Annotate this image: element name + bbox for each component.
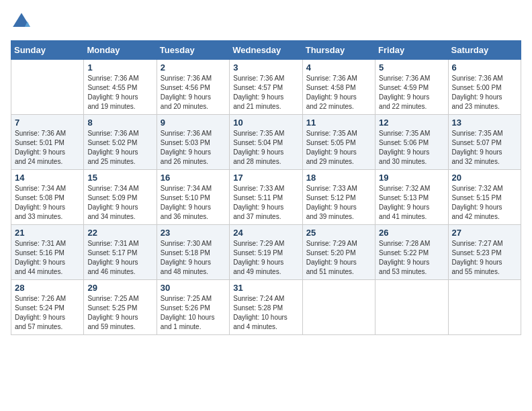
day-info: Sunrise: 7:31 AM Sunset: 5:16 PM Dayligh… (15, 239, 80, 277)
day-number: 24 (233, 228, 298, 238)
calendar-cell: 25Sunrise: 7:29 AM Sunset: 5:20 PM Dayli… (302, 225, 375, 280)
day-info: Sunrise: 7:36 AM Sunset: 4:55 PM Dayligh… (87, 74, 152, 111)
calendar-header-row: SundayMondayTuesdayWednesdayThursdayFrid… (11, 41, 521, 60)
day-header-thursday: Thursday (302, 41, 375, 60)
calendar-table: SundayMondayTuesdayWednesdayThursdayFrid… (11, 40, 521, 335)
day-info: Sunrise: 7:34 AM Sunset: 5:09 PM Dayligh… (87, 184, 152, 222)
day-number: 11 (306, 118, 371, 128)
day-number: 27 (452, 228, 517, 238)
day-header-wednesday: Wednesday (230, 41, 302, 60)
day-info: Sunrise: 7:36 AM Sunset: 5:02 PM Dayligh… (87, 129, 152, 167)
calendar-cell: 12Sunrise: 7:35 AM Sunset: 5:06 PM Dayli… (375, 115, 448, 170)
day-number: 12 (379, 118, 444, 128)
day-info: Sunrise: 7:32 AM Sunset: 5:13 PM Dayligh… (379, 184, 444, 222)
calendar-cell: 30Sunrise: 7:25 AM Sunset: 5:26 PM Dayli… (157, 280, 229, 335)
week-row: 14Sunrise: 7:34 AM Sunset: 5:08 PM Dayli… (11, 170, 521, 225)
calendar-cell: 10Sunrise: 7:35 AM Sunset: 5:04 PM Dayli… (230, 115, 302, 170)
calendar-cell: 17Sunrise: 7:33 AM Sunset: 5:11 PM Dayli… (230, 170, 302, 225)
week-row: 7Sunrise: 7:36 AM Sunset: 5:01 PM Daylig… (11, 115, 521, 170)
calendar-cell: 21Sunrise: 7:31 AM Sunset: 5:16 PM Dayli… (11, 225, 84, 280)
day-info: Sunrise: 7:36 AM Sunset: 4:56 PM Dayligh… (161, 74, 226, 111)
calendar-cell: 11Sunrise: 7:35 AM Sunset: 5:05 PM Dayli… (302, 115, 375, 170)
day-header-friday: Friday (375, 41, 448, 60)
day-info: Sunrise: 7:27 AM Sunset: 5:23 PM Dayligh… (452, 239, 517, 277)
day-info: Sunrise: 7:36 AM Sunset: 4:57 PM Dayligh… (233, 74, 298, 111)
calendar-cell: 5Sunrise: 7:36 AM Sunset: 4:59 PM Daylig… (375, 60, 448, 115)
calendar-cell: 7Sunrise: 7:36 AM Sunset: 5:01 PM Daylig… (11, 115, 84, 170)
day-info: Sunrise: 7:29 AM Sunset: 5:20 PM Dayligh… (306, 239, 371, 277)
day-number: 8 (87, 118, 152, 128)
day-number: 25 (306, 228, 371, 238)
day-info: Sunrise: 7:33 AM Sunset: 5:12 PM Dayligh… (306, 184, 371, 222)
day-header-saturday: Saturday (448, 41, 521, 60)
day-number: 28 (15, 283, 80, 293)
day-number: 6 (452, 62, 517, 73)
calendar-cell: 18Sunrise: 7:33 AM Sunset: 5:12 PM Dayli… (302, 170, 375, 225)
day-info: Sunrise: 7:33 AM Sunset: 5:11 PM Dayligh… (233, 184, 298, 222)
calendar-cell: 15Sunrise: 7:34 AM Sunset: 5:09 PM Dayli… (84, 170, 157, 225)
calendar-cell: 13Sunrise: 7:35 AM Sunset: 5:07 PM Dayli… (448, 115, 521, 170)
day-number: 2 (161, 62, 226, 73)
calendar-cell: 4Sunrise: 7:36 AM Sunset: 4:58 PM Daylig… (302, 60, 375, 115)
day-number: 14 (15, 173, 80, 183)
day-info: Sunrise: 7:25 AM Sunset: 5:26 PM Dayligh… (161, 294, 226, 332)
day-info: Sunrise: 7:32 AM Sunset: 5:15 PM Dayligh… (452, 184, 517, 222)
calendar-cell: 16Sunrise: 7:34 AM Sunset: 5:10 PM Dayli… (157, 170, 229, 225)
day-number: 19 (379, 173, 444, 183)
day-number: 17 (233, 173, 298, 183)
day-info: Sunrise: 7:36 AM Sunset: 4:59 PM Dayligh… (379, 74, 444, 111)
week-row: 21Sunrise: 7:31 AM Sunset: 5:16 PM Dayli… (11, 225, 521, 280)
day-info: Sunrise: 7:28 AM Sunset: 5:22 PM Dayligh… (379, 239, 444, 277)
calendar-cell: 2Sunrise: 7:36 AM Sunset: 4:56 PM Daylig… (157, 60, 229, 115)
day-number: 20 (452, 173, 517, 183)
day-number: 18 (306, 173, 371, 183)
calendar-cell (375, 280, 448, 335)
day-number: 9 (161, 118, 226, 128)
day-info: Sunrise: 7:30 AM Sunset: 5:18 PM Dayligh… (161, 239, 226, 277)
calendar-cell: 26Sunrise: 7:28 AM Sunset: 5:22 PM Dayli… (375, 225, 448, 280)
calendar-cell: 9Sunrise: 7:36 AM Sunset: 5:03 PM Daylig… (157, 115, 229, 170)
calendar-cell: 29Sunrise: 7:25 AM Sunset: 5:25 PM Dayli… (84, 280, 157, 335)
day-info: Sunrise: 7:35 AM Sunset: 5:06 PM Dayligh… (379, 129, 444, 167)
calendar-cell: 3Sunrise: 7:36 AM Sunset: 4:57 PM Daylig… (230, 60, 302, 115)
calendar-cell: 19Sunrise: 7:32 AM Sunset: 5:13 PM Dayli… (375, 170, 448, 225)
day-info: Sunrise: 7:34 AM Sunset: 5:10 PM Dayligh… (161, 184, 226, 222)
day-number: 4 (306, 62, 371, 73)
day-header-monday: Monday (84, 41, 157, 60)
day-number: 10 (233, 118, 298, 128)
calendar-cell: 1Sunrise: 7:36 AM Sunset: 4:55 PM Daylig… (84, 60, 157, 115)
calendar-cell: 6Sunrise: 7:36 AM Sunset: 5:00 PM Daylig… (448, 60, 521, 115)
day-number: 30 (161, 283, 226, 293)
day-info: Sunrise: 7:25 AM Sunset: 5:25 PM Dayligh… (87, 294, 152, 332)
day-info: Sunrise: 7:36 AM Sunset: 5:00 PM Dayligh… (452, 74, 517, 111)
day-info: Sunrise: 7:36 AM Sunset: 5:03 PM Dayligh… (161, 129, 226, 167)
day-info: Sunrise: 7:26 AM Sunset: 5:24 PM Dayligh… (15, 294, 80, 332)
week-row: 1Sunrise: 7:36 AM Sunset: 4:55 PM Daylig… (11, 60, 521, 115)
day-number: 16 (161, 173, 226, 183)
day-info: Sunrise: 7:24 AM Sunset: 5:28 PM Dayligh… (233, 294, 298, 332)
day-number: 23 (161, 228, 226, 238)
logo (11, 11, 35, 32)
calendar-body: 1Sunrise: 7:36 AM Sunset: 4:55 PM Daylig… (11, 60, 521, 335)
day-number: 26 (379, 228, 444, 238)
calendar-cell: 8Sunrise: 7:36 AM Sunset: 5:02 PM Daylig… (84, 115, 157, 170)
day-number: 15 (87, 173, 152, 183)
calendar-cell (448, 280, 521, 335)
calendar-cell: 14Sunrise: 7:34 AM Sunset: 5:08 PM Dayli… (11, 170, 84, 225)
day-info: Sunrise: 7:31 AM Sunset: 5:17 PM Dayligh… (87, 239, 152, 277)
day-header-sunday: Sunday (11, 41, 84, 60)
day-info: Sunrise: 7:35 AM Sunset: 5:07 PM Dayligh… (452, 129, 517, 167)
day-number: 3 (233, 62, 298, 73)
calendar-cell (11, 60, 84, 115)
day-number: 29 (87, 283, 152, 293)
day-number: 21 (15, 228, 80, 238)
calendar-cell: 27Sunrise: 7:27 AM Sunset: 5:23 PM Dayli… (448, 225, 521, 280)
day-info: Sunrise: 7:34 AM Sunset: 5:08 PM Dayligh… (15, 184, 80, 222)
calendar-cell: 22Sunrise: 7:31 AM Sunset: 5:17 PM Dayli… (84, 225, 157, 280)
day-info: Sunrise: 7:36 AM Sunset: 5:01 PM Dayligh… (15, 129, 80, 167)
day-info: Sunrise: 7:29 AM Sunset: 5:19 PM Dayligh… (233, 239, 298, 277)
day-number: 31 (233, 283, 298, 293)
calendar-cell: 28Sunrise: 7:26 AM Sunset: 5:24 PM Dayli… (11, 280, 84, 335)
calendar-cell: 24Sunrise: 7:29 AM Sunset: 5:19 PM Dayli… (230, 225, 302, 280)
day-number: 7 (15, 118, 80, 128)
